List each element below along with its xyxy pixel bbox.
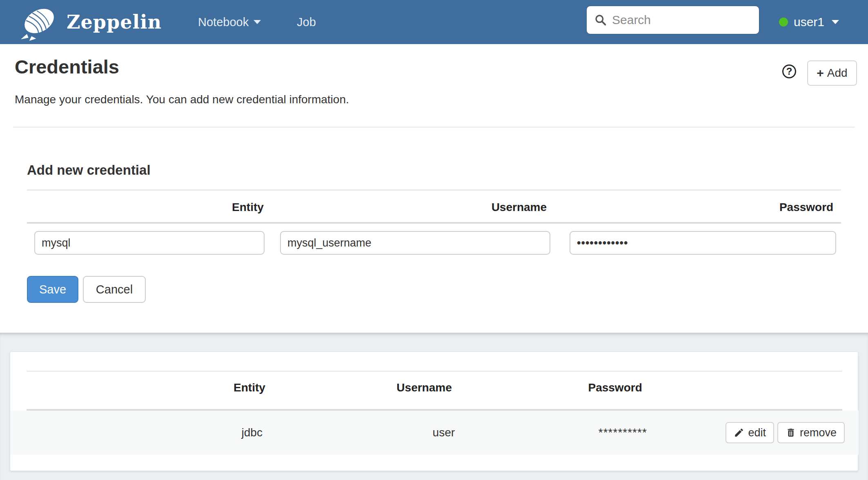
nav-item-notebook-label: Notebook [198, 16, 249, 29]
credentials-card: Entity Username Password jdbc user *****… [10, 351, 858, 471]
cell-password: ********** [599, 411, 647, 455]
table-row: jdbc user ********** edit remove [10, 411, 859, 455]
table-header-row: Entity Username Password [10, 376, 859, 399]
table-column-header-password: Password [588, 376, 642, 399]
chevron-down-icon [254, 20, 261, 24]
form-header-row: Entity Username Password [0, 197, 868, 218]
table-column-header-username: Username [396, 376, 452, 399]
edit-button[interactable]: edit [726, 422, 774, 443]
help-icon[interactable]: ? [782, 64, 796, 78]
form-divider [27, 189, 841, 191]
cancel-button[interactable]: Cancel [83, 276, 146, 303]
remove-button-label: remove [800, 427, 837, 439]
search-box [586, 6, 759, 34]
zeppelin-credentials-page: Zeppelin Notebook Job user1 Credentials … [0, 0, 868, 480]
page-divider [13, 127, 855, 128]
cell-entity: jdbc [242, 411, 263, 455]
table-column-header-entity: Entity [234, 376, 265, 399]
row-actions: edit remove [726, 411, 845, 455]
add-button-label: Add [827, 67, 848, 80]
table-divider [27, 371, 842, 372]
search-input[interactable] [612, 13, 747, 27]
navbar: Zeppelin Notebook Job user1 [0, 0, 868, 44]
brand-title[interactable]: Zeppelin [67, 0, 162, 44]
username-input[interactable] [280, 231, 550, 255]
user-name: user1 [794, 15, 824, 29]
chevron-down-icon [832, 20, 839, 24]
search-icon [594, 13, 607, 27]
nav-item-job-label: Job [297, 16, 316, 29]
password-input[interactable] [570, 231, 836, 255]
form-column-header-entity: Entity [232, 197, 264, 218]
entity-input[interactable] [34, 231, 265, 255]
edit-button-label: edit [748, 427, 766, 439]
nav-item-notebook[interactable]: Notebook [198, 0, 261, 44]
add-button[interactable]: + Add [807, 60, 857, 86]
user-menu[interactable]: user1 [779, 0, 839, 44]
save-button[interactable]: Save [27, 276, 78, 303]
zeppelin-logo-icon[interactable] [16, 3, 64, 42]
form-column-header-username: Username [492, 197, 547, 218]
help-glyph: ? [786, 66, 792, 77]
page-title: Credentials [15, 56, 119, 78]
form-heading: Add new credential [27, 162, 151, 178]
credentials-list-section: Entity Username Password jdbc user *****… [0, 333, 868, 480]
trash-icon [786, 427, 796, 438]
nav-item-job[interactable]: Job [297, 0, 316, 44]
page-subtitle: Manage your credentials. You can add new… [15, 93, 349, 106]
user-status-dot [779, 18, 788, 27]
form-column-header-password: Password [779, 197, 833, 218]
remove-button[interactable]: remove [777, 422, 845, 443]
plus-icon: + [817, 67, 824, 79]
form-divider [27, 222, 841, 224]
cell-username: user [433, 411, 455, 455]
pencil-icon [734, 427, 744, 438]
